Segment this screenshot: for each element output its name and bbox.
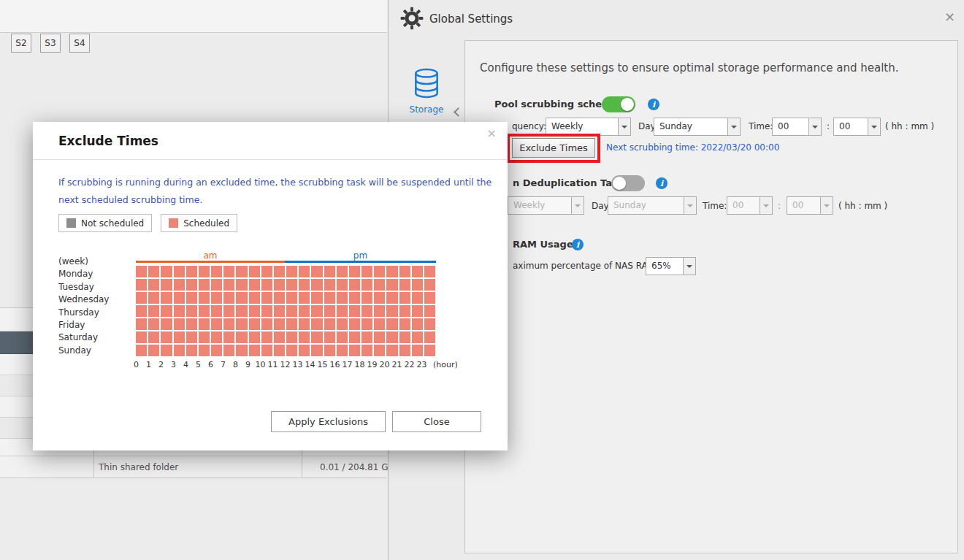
schedule-cell[interactable] bbox=[274, 292, 285, 304]
schedule-cell[interactable] bbox=[374, 266, 385, 277]
schedule-cell[interactable] bbox=[148, 318, 159, 330]
schedule-cell[interactable] bbox=[261, 345, 272, 356]
schedule-cell[interactable] bbox=[286, 345, 297, 356]
schedule-cell[interactable] bbox=[362, 305, 372, 317]
schedule-cell[interactable] bbox=[349, 279, 360, 291]
schedule-cell[interactable] bbox=[236, 318, 247, 330]
schedule-cell[interactable] bbox=[399, 305, 410, 317]
schedule-cell[interactable] bbox=[311, 266, 322, 277]
bg-tab-s4[interactable]: S4 bbox=[69, 34, 90, 53]
schedule-cell[interactable] bbox=[186, 331, 197, 343]
schedule-cell[interactable] bbox=[412, 305, 423, 317]
schedule-cell[interactable] bbox=[211, 345, 222, 356]
schedule-cell[interactable] bbox=[211, 292, 222, 304]
schedule-cell[interactable] bbox=[286, 266, 297, 277]
schedule-cell[interactable] bbox=[136, 345, 147, 356]
schedule-cell[interactable] bbox=[424, 331, 435, 343]
schedule-cell[interactable] bbox=[136, 279, 147, 291]
panel-close-icon[interactable]: × bbox=[944, 10, 955, 23]
schedule-cell[interactable] bbox=[249, 279, 260, 291]
schedule-cell[interactable] bbox=[249, 266, 260, 277]
schedule-cell[interactable] bbox=[211, 266, 222, 277]
schedule-cell[interactable] bbox=[199, 331, 210, 343]
schedule-cell[interactable] bbox=[199, 318, 210, 330]
dedup-toggle[interactable] bbox=[611, 175, 645, 191]
schedule-cell[interactable] bbox=[424, 292, 435, 304]
schedule-cell[interactable] bbox=[274, 305, 285, 317]
schedule-cell[interactable] bbox=[399, 318, 410, 330]
schedule-cell[interactable] bbox=[386, 305, 397, 317]
schedule-cell[interactable] bbox=[186, 279, 197, 291]
schedule-cell[interactable] bbox=[324, 345, 335, 356]
schedule-cell[interactable] bbox=[136, 266, 147, 277]
bg-tab-s3[interactable]: S3 bbox=[40, 34, 61, 53]
schedule-cell[interactable] bbox=[299, 331, 310, 343]
schedule-cell[interactable] bbox=[223, 266, 234, 277]
schedule-cell[interactable] bbox=[412, 266, 423, 277]
schedule-cell[interactable] bbox=[236, 279, 247, 291]
schedule-cell[interactable] bbox=[174, 292, 185, 304]
schedule-cell[interactable] bbox=[399, 345, 410, 356]
schedule-cell[interactable] bbox=[349, 292, 360, 304]
schedule-cell[interactable] bbox=[311, 318, 322, 330]
schedule-cell[interactable] bbox=[299, 266, 310, 277]
schedule-cell[interactable] bbox=[349, 318, 360, 330]
schedule-cell[interactable] bbox=[362, 279, 372, 291]
schedule-cell[interactable] bbox=[211, 305, 222, 317]
schedule-cell[interactable] bbox=[236, 292, 247, 304]
frequency-select[interactable]: Weekly bbox=[546, 118, 631, 136]
schedule-cell[interactable] bbox=[199, 279, 210, 291]
schedule-cell[interactable] bbox=[311, 305, 322, 317]
schedule-cell[interactable] bbox=[324, 266, 335, 277]
schedule-cell[interactable] bbox=[337, 292, 348, 304]
schedule-cell[interactable] bbox=[136, 305, 147, 317]
schedule-cell[interactable] bbox=[399, 266, 410, 277]
schedule-cell[interactable] bbox=[337, 331, 348, 343]
dedup-frequency-select[interactable]: Weekly bbox=[508, 196, 584, 215]
schedule-cell[interactable] bbox=[311, 345, 322, 356]
schedule-cell[interactable] bbox=[211, 318, 222, 330]
schedule-cell[interactable] bbox=[324, 331, 335, 343]
schedule-cell[interactable] bbox=[424, 318, 435, 330]
schedule-cell[interactable] bbox=[349, 305, 360, 317]
schedule-cell[interactable] bbox=[424, 279, 435, 291]
schedule-cell[interactable] bbox=[412, 331, 423, 343]
schedule-cell[interactable] bbox=[174, 345, 185, 356]
schedule-cell[interactable] bbox=[424, 305, 435, 317]
schedule-cell[interactable] bbox=[223, 279, 234, 291]
schedule-cell[interactable] bbox=[412, 292, 423, 304]
apply-exclusions-button[interactable]: Apply Exclusions bbox=[271, 411, 386, 432]
schedule-cell[interactable] bbox=[236, 345, 247, 356]
schedule-cell[interactable] bbox=[174, 279, 185, 291]
schedule-cell[interactable] bbox=[349, 345, 360, 356]
schedule-cell[interactable] bbox=[249, 305, 260, 317]
schedule-cell[interactable] bbox=[286, 331, 297, 343]
table-row[interactable]: Thin shared folder 0.01 / 204.81 GB bbox=[0, 456, 387, 478]
collapse-chevron-icon[interactable] bbox=[454, 107, 463, 117]
schedule-cell[interactable] bbox=[161, 292, 172, 304]
schedule-cell[interactable] bbox=[399, 279, 410, 291]
schedule-cell[interactable] bbox=[148, 292, 159, 304]
schedule-cell[interactable] bbox=[236, 331, 247, 343]
exclude-times-button[interactable]: Exclude Times bbox=[512, 138, 595, 158]
schedule-cell[interactable] bbox=[374, 318, 385, 330]
dialog-close-button[interactable]: Close bbox=[392, 411, 481, 432]
schedule-cell[interactable] bbox=[261, 266, 272, 277]
pool-scrubbing-toggle[interactable] bbox=[602, 96, 635, 112]
schedule-cell[interactable] bbox=[249, 331, 260, 343]
schedule-cell[interactable] bbox=[274, 279, 285, 291]
day-select[interactable]: Sunday bbox=[654, 118, 741, 136]
schedule-cell[interactable] bbox=[223, 345, 234, 356]
dialog-close-icon[interactable]: × bbox=[487, 128, 497, 139]
schedule-cell[interactable] bbox=[324, 292, 335, 304]
dedup-info-icon[interactable] bbox=[656, 177, 667, 189]
schedule-cell[interactable] bbox=[337, 318, 348, 330]
schedule-cell[interactable] bbox=[186, 292, 197, 304]
schedule-cell[interactable] bbox=[148, 305, 159, 317]
schedule-cell[interactable] bbox=[324, 318, 335, 330]
schedule-cell[interactable] bbox=[424, 266, 435, 277]
schedule-cell[interactable] bbox=[161, 266, 172, 277]
schedule-cell[interactable] bbox=[286, 305, 297, 317]
schedule-cell[interactable] bbox=[199, 292, 210, 304]
schedule-cell[interactable] bbox=[324, 305, 335, 317]
